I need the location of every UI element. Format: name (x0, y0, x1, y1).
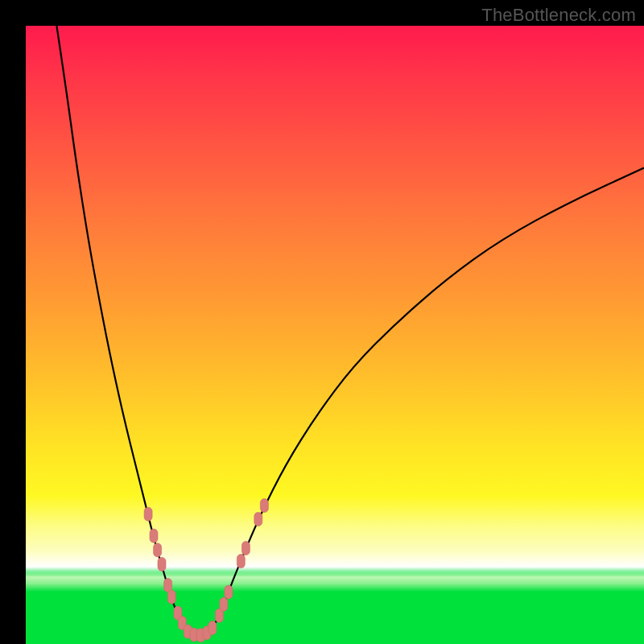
curve-marker (237, 555, 245, 568)
curve-marker (150, 529, 158, 543)
curve-marker (242, 542, 250, 555)
curve-markers (144, 499, 268, 642)
curve-marker (154, 543, 162, 557)
plot-area (26, 26, 644, 644)
curve-layer (26, 26, 644, 644)
attribution-text: TheBottleneck.com (481, 5, 636, 26)
bottleneck-curve (56, 26, 644, 635)
curve-marker (144, 507, 152, 521)
curve-marker (167, 590, 175, 604)
curve-marker (220, 597, 228, 611)
curve-marker (158, 557, 166, 571)
chart-frame: TheBottleneck.com (0, 0, 644, 644)
curve-marker (208, 621, 217, 635)
curve-marker (225, 585, 233, 599)
curve-marker (254, 512, 262, 526)
curve-marker (260, 499, 268, 513)
